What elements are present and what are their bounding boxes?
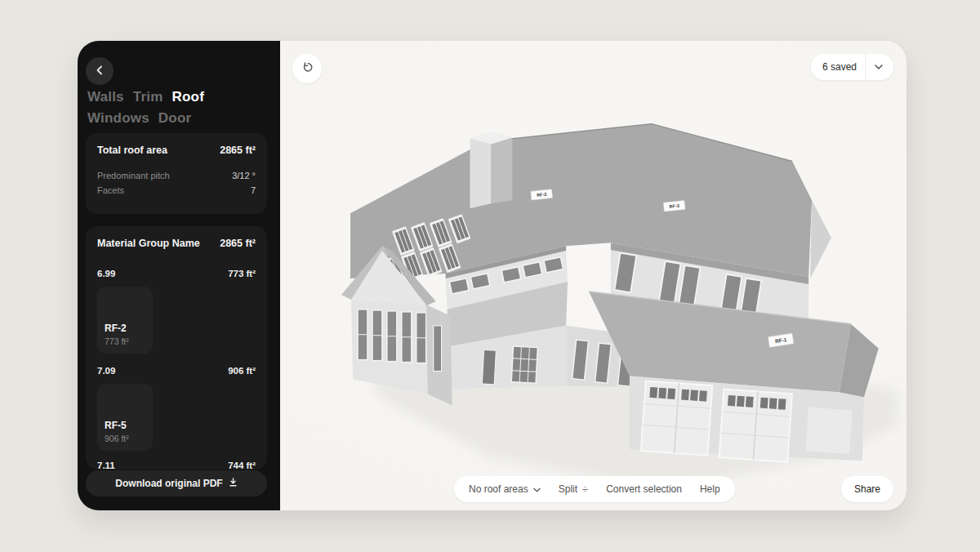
pitch-label: Predominant pitch [97,171,170,180]
download-icon [229,478,238,489]
facet-tile-rf5[interactable]: RF-5 906 ft² [97,384,153,451]
help-button[interactable]: Help [700,483,720,495]
saved-count-label: 6 saved [811,61,865,73]
tab-roof[interactable]: Roof [172,87,204,108]
house-model-3d[interactable]: RF-2 RF-3 RF-1 [280,41,906,510]
material-code: 6.99 [97,269,115,278]
roof-label-rf3[interactable]: RF-3 [663,200,685,211]
materials-header: Material Group Name [97,238,200,249]
tab-windows[interactable]: Windows [87,108,149,129]
materials-header-value: 2865 ft² [220,238,256,249]
tab-door[interactable]: Door [158,108,191,129]
bottom-toolbar: No roof areas Split ÷ Convert selection … [454,476,735,502]
app-window: Walls Trim Roof Windows Door Total roof … [78,41,906,510]
garage-door [641,381,712,456]
reset-view-button[interactable] [292,54,322,83]
back-button[interactable] [86,57,114,85]
material-area: 906 ft² [228,366,256,376]
facets-label: Facets [97,185,124,195]
facet-tile-area: 906 ft² [105,434,145,443]
right-gable-wall [810,200,831,278]
svg-text:RF-3: RF-3 [669,203,679,209]
viewer-canvas[interactable]: RF-2 RF-3 RF-1 6 saved [280,41,906,510]
roof-summary-card: Total roof area 2865 ft² Predominant pit… [86,133,267,214]
facet-tile-area: 773 ft² [105,336,145,346]
facets-value: 7 [251,185,256,195]
facet-tile-name: RF-2 [105,323,145,334]
split-label: Split [559,483,577,495]
entry-window [511,346,537,383]
convert-selection-label: Convert selection [606,483,682,495]
facet-tile-name: RF-5 [105,420,145,431]
chevron-left-icon [96,64,104,78]
material-area: 773 ft² [228,269,256,278]
chevron-down-icon [533,483,541,495]
help-label: Help [700,483,720,495]
roof-areas-label: No roof areas [469,483,528,495]
material-area: 744 ft² [228,461,256,470]
summary-total-value: 2865 ft² [220,145,256,156]
chimney [470,132,513,209]
roof-areas-dropdown[interactable]: No roof areas [469,483,541,495]
svg-text:RF-2: RF-2 [537,192,547,198]
material-row[interactable]: 6.99 773 ft² [97,269,256,278]
tab-trim[interactable]: Trim [133,87,163,108]
main-roof [350,124,812,278]
divide-icon: ÷ [582,483,588,496]
category-tabs: Walls Trim Roof Windows Door [87,87,239,129]
facet-tile-rf2[interactable]: RF-2 773 ft² [97,287,153,354]
saved-views-dropdown[interactable]: 6 saved [811,54,893,80]
material-row[interactable]: 7.11 744 ft² [97,461,256,470]
material-row[interactable]: 7.09 906 ft² [97,366,256,376]
download-pdf-button[interactable]: Download original PDF [86,470,267,496]
garage-door [719,390,792,462]
pitch-value: 3/12 ° [232,171,256,180]
download-pdf-label: Download original PDF [115,478,222,489]
sidebar: Walls Trim Roof Windows Door Total roof … [78,41,280,510]
split-button[interactable]: Split ÷ [559,483,588,496]
share-button[interactable]: Share [841,476,893,502]
material-groups-card: Material Group Name 2865 ft² 6.99 773 ft… [86,226,267,470]
tab-walls[interactable]: Walls [87,87,124,108]
material-code: 7.09 [97,366,115,376]
convert-selection-button[interactable]: Convert selection [606,483,682,495]
entry-door [482,349,496,385]
summary-title: Total roof area [97,145,167,156]
material-code: 7.11 [97,461,115,470]
share-label: Share [854,483,880,495]
roof-label-rf2[interactable]: RF-2 [531,189,553,201]
undo-rotate-icon [301,61,314,77]
chevron-down-icon[interactable] [866,65,893,69]
